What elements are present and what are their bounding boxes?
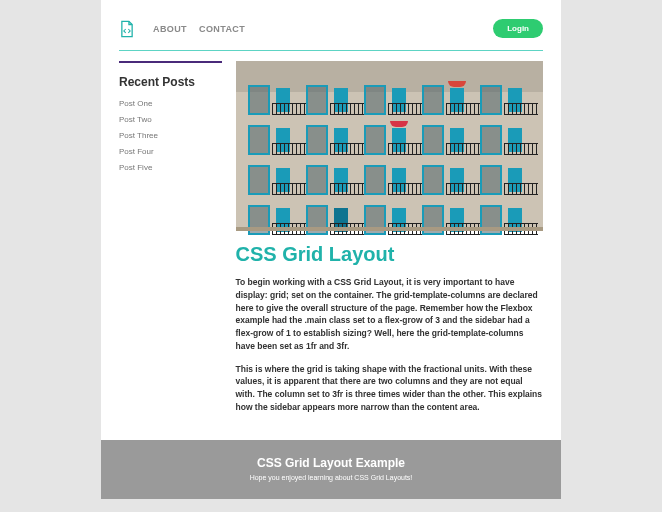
login-button[interactable]: Login bbox=[493, 19, 543, 38]
footer-title: CSS Grid Layout Example bbox=[111, 456, 551, 470]
hero-image bbox=[236, 61, 544, 231]
header-divider bbox=[119, 50, 543, 51]
main-grid: Recent Posts Post One Post Two Post Thre… bbox=[119, 61, 543, 424]
footer-subtitle: Hope you enjoyed learning about CSS Grid… bbox=[111, 474, 551, 481]
recent-posts-list: Post One Post Two Post Three Post Four P… bbox=[119, 99, 222, 172]
nav-item-about[interactable]: ABOUT bbox=[153, 24, 187, 34]
article-paragraph: To begin working with a CSS Grid Layout,… bbox=[236, 276, 544, 353]
list-item[interactable]: Post Three bbox=[119, 131, 222, 140]
logo-icon bbox=[119, 21, 135, 37]
content-area: CSS Grid Layout To begin working with a … bbox=[236, 61, 544, 424]
header-bar: ABOUT CONTACT Login bbox=[119, 15, 543, 46]
list-item[interactable]: Post One bbox=[119, 99, 222, 108]
page-container: ABOUT CONTACT Login Recent Posts Post On… bbox=[101, 0, 561, 499]
list-item[interactable]: Post Two bbox=[119, 115, 222, 124]
sidebar: Recent Posts Post One Post Two Post Thre… bbox=[119, 61, 222, 424]
nav-links: ABOUT CONTACT bbox=[153, 24, 245, 34]
article-title: CSS Grid Layout bbox=[236, 243, 544, 266]
list-item[interactable]: Post Five bbox=[119, 163, 222, 172]
list-item[interactable]: Post Four bbox=[119, 147, 222, 156]
article-paragraph: This is where the grid is taking shape w… bbox=[236, 363, 544, 414]
footer: CSS Grid Layout Example Hope you enjoyed… bbox=[101, 440, 561, 499]
nav-item-contact[interactable]: CONTACT bbox=[199, 24, 245, 34]
sidebar-title: Recent Posts bbox=[119, 75, 222, 89]
